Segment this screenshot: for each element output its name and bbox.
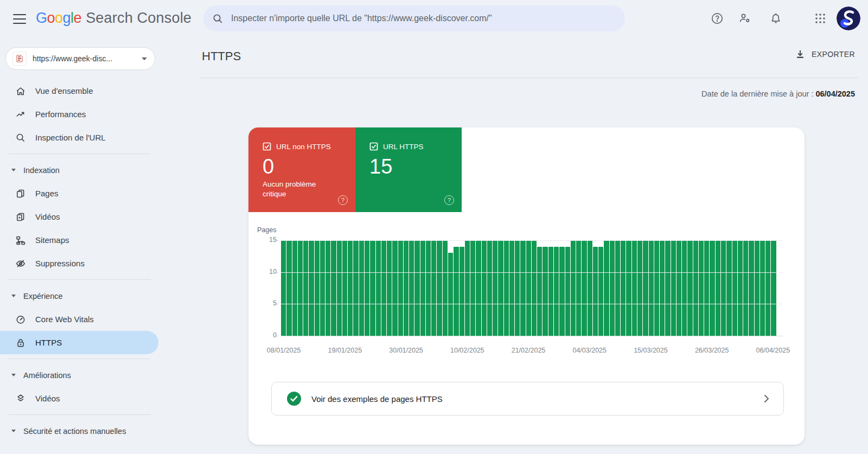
sidebar-item-removals[interactable]: Suppressions — [0, 252, 158, 275]
card-value: 0 — [263, 155, 274, 178]
sidebar-item-https[interactable]: HTTPS — [0, 331, 158, 354]
sidebar-item-label: HTTPS — [35, 338, 62, 347]
card-non-https[interactable]: URL non HTTPS 0 Aucun problème critique … — [248, 127, 355, 212]
chart-bar-day-16 — [370, 240, 375, 336]
chart-bar-day-37 — [487, 240, 492, 336]
sidebar-section-security[interactable]: Sécurité et actions manuelles — [0, 419, 158, 443]
logo-suffix: Search Console — [86, 10, 192, 27]
chart-bar-day-26 — [426, 240, 431, 336]
sidebar-item-label: Core Web Vitals — [35, 315, 94, 324]
sidebar-item-sitemaps[interactable]: Sitemaps — [0, 228, 158, 252]
chart-bar-day-9 — [331, 240, 336, 336]
chart-bar-day-56 — [593, 247, 598, 336]
sidebar-item-videos-enhancement[interactable]: Vidéos — [0, 387, 158, 410]
download-icon — [795, 49, 806, 60]
home-icon — [15, 86, 26, 97]
chart-bar-day-73 — [687, 240, 692, 336]
property-url: https://www.geek-disc... — [33, 54, 138, 63]
sidebar-divider — [9, 279, 151, 280]
chart-bar-day-54 — [582, 240, 586, 336]
checkbox-checked-icon[interactable] — [263, 142, 271, 151]
search-input[interactable] — [231, 14, 616, 23]
property-selector[interactable]: https://www.geek-disc... — [5, 47, 155, 70]
chart-bar-day-8 — [326, 240, 330, 336]
sidebar-section-indexation[interactable]: Indexation — [0, 158, 158, 182]
sidebar-divider — [9, 154, 151, 154]
header-divider — [200, 78, 858, 78]
x-axis-label: 10/02/2025 — [450, 347, 484, 354]
chart-bar-day-45 — [532, 240, 537, 336]
user-settings-icon[interactable] — [738, 12, 751, 25]
card-https[interactable]: URL HTTPS 15 ? — [355, 127, 462, 212]
site-favicon — [12, 52, 27, 66]
sidebar-item-url-inspection[interactable]: Inspection de l'URL — [0, 126, 158, 149]
pages-icon — [15, 188, 26, 199]
chart-bar-day-50 — [559, 247, 564, 336]
chart-bar-day-1 — [286, 240, 291, 336]
check-circle-icon — [287, 392, 301, 406]
logo-letter: e — [74, 10, 82, 26]
chart-bar-day-29 — [443, 240, 448, 336]
chevron-down-icon — [142, 57, 147, 60]
sidebar-item-label: Inspection de l'URL — [35, 133, 106, 142]
chart-bar-day-6 — [315, 240, 320, 336]
last-update: Date de la dernière mise à jour :06/04/2… — [701, 89, 855, 98]
section-label: Sécurité et actions manuelles — [23, 427, 126, 436]
chart-bar-day-2 — [292, 240, 297, 336]
chart-bar-day-72 — [682, 240, 687, 336]
chart-bar-day-20 — [392, 240, 397, 336]
checkbox-checked-icon[interactable] — [369, 142, 378, 151]
app-logo[interactable]: Google Search Console — [36, 10, 192, 27]
sidebar-section-experience[interactable]: Expérience — [0, 284, 158, 308]
url-inspect-searchbar[interactable] — [203, 5, 625, 31]
chart-bar-day-48 — [548, 247, 553, 336]
sidebar-item-videos-indexation[interactable]: Vidéos — [0, 205, 158, 228]
export-button[interactable]: EXPORTER — [795, 49, 855, 60]
sidebar-item-label: Vidéos — [35, 394, 60, 403]
chart-bar-day-86 — [760, 240, 765, 336]
menu-icon[interactable] — [12, 13, 27, 25]
chevron-right-icon[interactable] — [764, 394, 769, 403]
sidebar-item-label: Vidéos — [35, 212, 60, 221]
chart-bar-day-34 — [470, 240, 475, 336]
sidebar-item-performances[interactable]: Performances — [0, 103, 158, 126]
notifications-bell-icon[interactable] — [769, 12, 782, 25]
chart-gridline — [281, 304, 783, 304]
help-question-icon[interactable]: ? — [444, 195, 454, 205]
sidebar-item-pages[interactable]: Pages — [0, 182, 158, 205]
chart-bar-day-18 — [381, 240, 386, 336]
help-question-icon[interactable]: ? — [338, 195, 348, 205]
card-label: URL non HTTPS — [276, 143, 331, 151]
chart-bar-day-36 — [482, 240, 487, 336]
chart-bar-day-64 — [637, 240, 642, 336]
videos-icon — [15, 212, 26, 222]
sidebar-item-overview[interactable]: Vue d'ensemble — [0, 79, 158, 103]
view-examples-row[interactable]: Voir des exemples de pages HTTPS — [271, 382, 784, 415]
sidebar-item-label: Pages — [35, 189, 59, 198]
chart-bar-day-27 — [431, 240, 436, 336]
sidebar-item-label: Performances — [35, 110, 86, 119]
chart-bar-day-74 — [693, 240, 698, 336]
logo-letter: g — [63, 10, 71, 26]
chart-bar-day-79 — [721, 240, 726, 336]
help-icon[interactable] — [711, 12, 724, 25]
apps-grid-icon[interactable] — [814, 12, 827, 25]
x-axis-label: 08/01/2025 — [267, 347, 301, 354]
sidebar-item-core-web-vitals[interactable]: Core Web Vitals — [0, 308, 158, 331]
sidebar-section-enhancements[interactable]: Améliorations — [0, 363, 158, 387]
card-sublabel: Aucun problème critique — [263, 180, 334, 199]
chart-bar-day-39 — [498, 240, 503, 336]
y-axis-tick — [275, 336, 278, 336]
page-title: HTTPS — [202, 49, 241, 63]
chart-bar-day-3 — [298, 240, 303, 336]
chart-bar-day-41 — [509, 240, 514, 336]
chart-bar-day-75 — [699, 240, 704, 336]
chart-bar-day-67 — [654, 240, 659, 336]
account-avatar[interactable] — [837, 7, 860, 30]
chart-bar-day-68 — [660, 240, 665, 336]
chart-bar-day-5 — [309, 240, 314, 336]
chart-bar-day-0 — [281, 240, 286, 336]
sitemaps-icon — [15, 235, 26, 246]
chart-bar-day-33 — [465, 240, 470, 336]
chart-bar-day-43 — [520, 240, 525, 336]
